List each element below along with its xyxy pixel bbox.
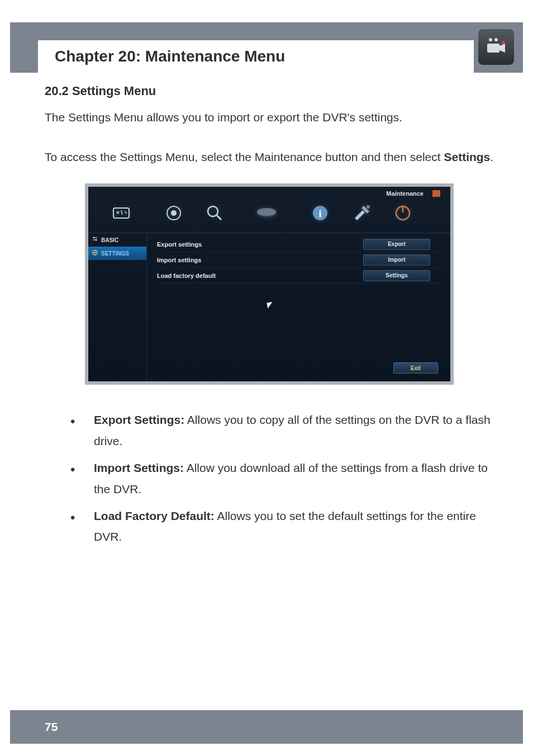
settings-row: Import settings Import bbox=[157, 252, 445, 268]
list-item: Export Settings: Allows you to copy all … bbox=[70, 409, 494, 452]
sidebar-item-basic[interactable]: BASIC bbox=[88, 233, 146, 247]
screenshot-main: Export settings Export Import settings I… bbox=[147, 233, 450, 381]
screenshot-window-title: Maintenance bbox=[386, 190, 423, 197]
page-number: 75 bbox=[45, 720, 58, 734]
top-icon-row: i bbox=[88, 199, 450, 230]
screenshot-body: BASIC SETTINGS Export settings Export bbox=[88, 233, 450, 381]
disk-icon[interactable] bbox=[246, 206, 287, 224]
record-icon[interactable] bbox=[153, 205, 194, 225]
chapter-title-strip: Chapter 20: Maintenance Menu bbox=[38, 40, 474, 73]
info-icon[interactable]: i bbox=[299, 205, 341, 225]
maintenance-icon[interactable] bbox=[341, 204, 382, 226]
row-label: Import settings bbox=[157, 257, 363, 263]
bullet-term: Import Settings: bbox=[94, 461, 184, 474]
camera-icon bbox=[485, 37, 507, 57]
chapter-header: Chapter 20: Maintenance Menu bbox=[10, 22, 523, 73]
svg-point-1 bbox=[494, 38, 498, 41]
export-button[interactable]: Export bbox=[363, 239, 430, 250]
svg-rect-2 bbox=[487, 44, 499, 53]
para2-pre: To access the Settings Menu, select the … bbox=[45, 150, 444, 163]
search-icon[interactable] bbox=[194, 204, 236, 226]
svg-point-6 bbox=[171, 210, 177, 216]
para2-bold: Settings bbox=[444, 150, 490, 163]
sidebar-item-settings[interactable]: SETTINGS bbox=[88, 247, 146, 260]
settings-row: Load factory default Settings bbox=[157, 268, 445, 284]
svg-line-8 bbox=[217, 215, 221, 220]
list-item: Import Settings: Allow you download all … bbox=[70, 457, 494, 500]
svg-point-0 bbox=[489, 38, 492, 41]
sliders-icon bbox=[92, 236, 98, 244]
settings-row: Export settings Export bbox=[157, 237, 445, 252]
list-item: Load Factory Default: Allows you to set … bbox=[70, 505, 494, 548]
close-icon[interactable] bbox=[432, 190, 440, 197]
bullet-term: Load Factory Default: bbox=[94, 509, 215, 522]
svg-point-17 bbox=[93, 237, 95, 239]
document-page: Chapter 20: Maintenance Menu 20.2 Settin… bbox=[0, 0, 533, 756]
svg-point-13 bbox=[367, 205, 370, 209]
exit-button[interactable]: Exit bbox=[393, 362, 438, 374]
section-heading: 20.2 Settings Menu bbox=[45, 84, 494, 98]
intro-paragraph: The Settings Menu allows you to import o… bbox=[45, 108, 494, 127]
bullet-list: Export Settings: Allows you to copy all … bbox=[45, 409, 494, 547]
access-paragraph: To access the Settings Menu, select the … bbox=[45, 146, 494, 168]
svg-text:i: i bbox=[318, 208, 321, 219]
page-footer: 75 bbox=[10, 710, 523, 744]
system-tools-icon[interactable] bbox=[101, 205, 142, 225]
sidebar-item-label: SETTINGS bbox=[101, 251, 129, 257]
import-button[interactable]: Import bbox=[363, 254, 430, 266]
bullet-term: Export Settings: bbox=[94, 413, 184, 426]
svg-point-21 bbox=[94, 252, 96, 254]
chapter-title: Chapter 20: Maintenance Menu bbox=[55, 48, 285, 65]
dvr-screenshot: Maintenance i bbox=[85, 183, 454, 385]
screenshot-sidebar: BASIC SETTINGS bbox=[88, 233, 147, 381]
cursor-icon: ◤ bbox=[266, 300, 273, 310]
svg-point-10 bbox=[257, 208, 276, 216]
power-icon[interactable] bbox=[382, 205, 423, 225]
svg-point-7 bbox=[208, 206, 218, 216]
row-label: Export settings bbox=[157, 241, 363, 248]
svg-point-19 bbox=[96, 239, 97, 241]
page-content: 20.2 Settings Menu The Settings Menu all… bbox=[45, 84, 494, 553]
row-label: Load factory default bbox=[157, 272, 363, 279]
sidebar-item-label: BASIC bbox=[101, 237, 118, 243]
settings-button[interactable]: Settings bbox=[363, 270, 430, 281]
para2-post: . bbox=[490, 150, 493, 163]
header-icon-box bbox=[478, 29, 514, 65]
svg-point-3 bbox=[502, 41, 505, 44]
gear-icon bbox=[92, 249, 98, 257]
